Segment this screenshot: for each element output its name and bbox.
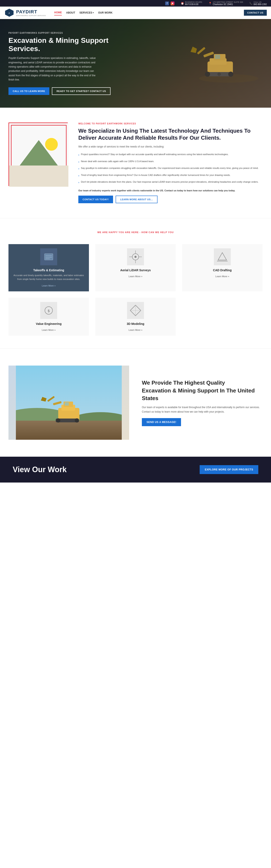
service-learn-link[interactable]: Learn More »: [42, 329, 56, 331]
phone: 📞 CALL US 843-900-1392: [249, 1, 267, 5]
quality-description: Our team of experts is available for tra…: [142, 405, 263, 414]
specialize-pretitle: WELCOME TO PAYDIRT EARTHWORK SERVICES: [78, 123, 263, 125]
3d-icon: [127, 302, 144, 319]
hero-buttons: CALL US TO LEARN MORE READY TO GET START…: [8, 87, 114, 95]
service-desc: Accurate and timely quantity takeoffs, m…: [12, 274, 86, 281]
service-card-takeoffs: Takeoffs & Estimating Accurate and timel…: [8, 244, 89, 291]
specialize-section: WELCOME TO PAYDIRT EARTHWORK SERVICES We…: [0, 107, 271, 218]
service-learn-link[interactable]: Learn More »: [42, 284, 56, 287]
service-card-lidar: Aerial LiDAR Surveys Learn More »: [95, 244, 176, 291]
navbar-contact-button[interactable]: CONTACT US: [244, 10, 267, 16]
nav-services[interactable]: SERVICES ▾: [79, 10, 94, 15]
send-message-button[interactable]: SEND US A MESSAGE!: [142, 418, 181, 426]
svg-rect-30: [214, 248, 231, 265]
arrow-icon: ›: [78, 160, 79, 164]
feature-list: › Project quantities incorrect? Stay on …: [78, 153, 263, 185]
svg-point-11: [228, 72, 233, 77]
cad-icon: [214, 248, 231, 265]
specialize-title: We Specialize In Using The Latest Techno…: [78, 127, 263, 142]
hero-description: Paydirt Earthworks Support Services spec…: [8, 56, 97, 82]
explore-projects-button[interactable]: EXPLORE MORE OF OUR PROJECTS: [200, 465, 258, 474]
service-title: Aerial LiDAR Surveys: [98, 269, 173, 272]
svg-rect-7: [203, 52, 214, 57]
feature-item: › Project quantities incorrect? Stay on …: [78, 153, 263, 157]
quality-section: We Provide The Highest Quality Excavatio…: [0, 349, 271, 457]
value-icon: $: [40, 302, 57, 319]
svg-rect-8: [197, 47, 206, 55]
services-grid-row2: $ Value Engineering Learn More » 3D Mode…: [8, 298, 263, 336]
chevron-down-icon: ▾: [93, 12, 94, 14]
service-title: 3D Modeling: [98, 322, 173, 326]
svg-rect-15: [9, 165, 68, 187]
svg-text:P: P: [9, 12, 10, 14]
quality-image: [8, 366, 129, 440]
svg-rect-6: [215, 55, 220, 59]
service-card-value: $ Value Engineering Learn More »: [8, 298, 89, 336]
address: 📍 170 MEETING STREET SUITE 333 Charlesto…: [208, 1, 243, 5]
feature-item: › Say goodbye to estimation companies st…: [78, 166, 263, 171]
nav-our-work[interactable]: OUR WORK: [98, 10, 112, 15]
service-placeholder: [182, 298, 263, 336]
svg-text:$: $: [48, 309, 50, 313]
arrow-icon: ›: [78, 153, 79, 157]
navbar: P PAYDIRT EARTHWORKS SUPPORT SERVICES HO…: [0, 6, 271, 19]
excavator-illustration: [186, 23, 258, 87]
specialize-cta: Our team of industry experts work togeth…: [78, 189, 263, 193]
services-grid-row1: Takeoffs & Estimating Accurate and timel…: [8, 244, 263, 291]
hero-pretitle: PAYDIRT EARTHWORKS SUPPORT SERVICES: [8, 32, 114, 34]
feature-item: › Never deal with overseas calls again w…: [78, 160, 263, 164]
business-hours: ⏰ BUSINESS HOURS M-F 8:00-6:00: [181, 1, 202, 5]
hero-learn-button[interactable]: CALL US TO LEARN MORE: [8, 87, 49, 95]
svg-point-25: [134, 256, 137, 258]
nav-about[interactable]: ABOUT: [66, 10, 75, 15]
logo-icon: P: [4, 8, 14, 17]
quality-content: We Provide The Highest Quality Excavatio…: [142, 379, 263, 426]
nav-home[interactable]: HOME: [54, 10, 62, 16]
specialize-learn-button[interactable]: LEARN MORE ABOUT US...: [115, 195, 158, 203]
feature-item: › Tired of lengthy lead times from engin…: [78, 173, 263, 178]
svg-rect-44: [16, 421, 122, 440]
services-section: WE ARE HAPPY YOU ARE HERE - HOW CAN WE H…: [0, 218, 271, 348]
feature-item: › Don't let jobsite elevations deviate f…: [78, 180, 263, 185]
quality-title: We Provide The Highest Quality Excavatio…: [142, 379, 263, 402]
social-links[interactable]: f ▣: [165, 1, 174, 5]
specialize-subtitle: We offer a wide range of services to mee…: [78, 145, 263, 149]
view-work-section: View Our Work EXPLORE MORE OF OUR PROJEC…: [0, 457, 271, 483]
service-title: Value Engineering: [12, 322, 86, 326]
top-bar: f ▣ ⏰ BUSINESS HOURS M-F 8:00-6:00 📍 170…: [0, 0, 271, 6]
specialize-contact-button[interactable]: CONTACT US TODAY!: [78, 195, 113, 203]
arrow-icon: ›: [78, 174, 79, 178]
svg-point-17: [45, 138, 58, 151]
hero-title: Excavation & Mining Support Services.: [8, 36, 114, 53]
hero-content: PAYDIRT EARTHWORKS SUPPORT SERVICES Exca…: [8, 32, 114, 95]
service-card-cad: CAD Drafting Learn More »: [182, 244, 263, 291]
service-title: Takeoffs & Estimating: [12, 269, 86, 272]
arrow-icon: ›: [78, 180, 79, 185]
specialize-buttons: CONTACT US TODAY! LEARN MORE ABOUT US...: [78, 195, 263, 203]
service-learn-link[interactable]: Learn More »: [129, 329, 142, 331]
logo[interactable]: P PAYDIRT EARTHWORKS SUPPORT SERVICES: [4, 8, 46, 17]
arrow-icon: ›: [78, 166, 79, 171]
service-learn-link[interactable]: Learn More »: [215, 275, 229, 278]
svg-rect-48: [65, 402, 69, 406]
view-work-title: View Our Work: [13, 465, 67, 474]
hero-section: PAYDIRT EARTHWORKS SUPPORT SERVICES Exca…: [0, 19, 271, 107]
service-learn-link[interactable]: Learn More »: [129, 275, 142, 278]
svg-point-10: [205, 72, 210, 77]
specialize-image: [8, 123, 68, 186]
svg-rect-19: [44, 254, 53, 260]
takeoffs-icon: [40, 248, 57, 265]
hero-contact-button[interactable]: READY TO GET STARTED? CONTACT US: [52, 87, 110, 95]
services-pretitle: WE ARE HAPPY YOU ARE HERE - HOW CAN WE H…: [8, 231, 263, 234]
service-title: CAD Drafting: [185, 269, 259, 272]
specialize-content: WELCOME TO PAYDIRT EARTHWORK SERVICES We…: [78, 123, 263, 204]
lidar-icon: [127, 248, 144, 265]
svg-point-53: [75, 418, 79, 423]
svg-point-52: [56, 418, 60, 423]
instagram-icon[interactable]: ▣: [171, 1, 174, 5]
nav-links: HOME ABOUT SERVICES ▾ OUR WORK: [54, 10, 112, 16]
svg-point-12: [217, 72, 221, 76]
service-card-3d: 3D Modeling Learn More »: [95, 298, 176, 336]
facebook-icon[interactable]: f: [165, 1, 169, 5]
